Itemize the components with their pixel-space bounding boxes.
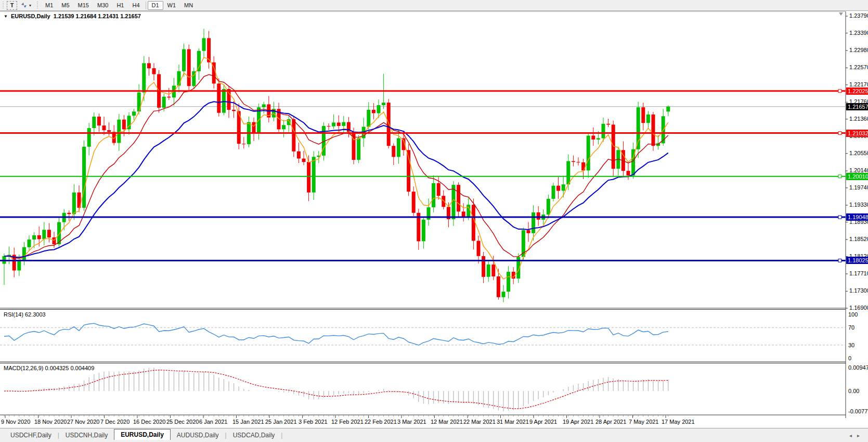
chart-title: ▼ EURUSD,Daily 1.21539 1.21684 1.21431 1… — [4, 13, 141, 19]
dropdown-arrow-icon[interactable]: ▼ — [4, 14, 8, 19]
price-tick-label: 1.16900 — [849, 305, 868, 311]
chart-symbol-label: EURUSD,Daily — [11, 13, 50, 19]
date-label: 16 Dec 2020 — [133, 419, 165, 425]
rsi-label: RSI(14) 62.3003 — [4, 311, 46, 318]
mt4-window: T ▾ M1M5M15M30H1H4D1W1MN ▼ EURUSD,Daily … — [0, 0, 868, 442]
hline-price-badge: 1.22025 — [846, 87, 868, 95]
date-label: 28 Apr 2021 — [595, 419, 626, 425]
date-label: 27 Nov 2020 — [67, 419, 99, 425]
date-label: 6 Jan 2021 — [199, 419, 227, 425]
date-label: 31 Mar 2021 — [497, 419, 529, 425]
price-tick-label: 1.18520 — [849, 236, 868, 242]
date-label: 22 Feb 2021 — [365, 419, 397, 425]
hline-price-badge: 1.18025 — [846, 257, 868, 264]
chart-canvas[interactable] — [0, 0, 868, 442]
rsi-tick-label: 0 — [848, 355, 851, 361]
price-tick-label: 1.19330 — [849, 201, 868, 208]
rsi-panel — [0, 323, 846, 345]
price-tick-label: 1.17300 — [849, 287, 868, 294]
price-tick-label: 1.23390 — [849, 30, 868, 36]
tab-scroll-right[interactable]: ▸ — [857, 433, 865, 438]
macd-zero-label: 0.00 — [848, 388, 859, 394]
window-bottom-edge — [0, 440, 868, 442]
macd-min-label: -0.007778 — [848, 408, 868, 414]
hline-price-badge: 1.19048 — [846, 213, 868, 221]
macd-label: MACD(12,26,9) 0.004325 0.004409 — [4, 365, 94, 371]
price-tick-label: 1.22980 — [849, 47, 868, 53]
chart-tab-eurusd[interactable]: EURUSD,Daily — [114, 429, 171, 440]
date-label: 17 May 2021 — [662, 419, 695, 425]
panel-borders — [0, 11, 846, 418]
date-label: 18 Nov 2020 — [34, 419, 67, 425]
price-tick-label: 1.23790 — [849, 12, 868, 19]
date-label: 9 Apr 2021 — [529, 419, 557, 425]
date-label: 15 Jan 2021 — [232, 419, 264, 425]
current-price-badge: 1.21657 — [846, 103, 868, 110]
price-tick-label: 1.19740 — [849, 184, 868, 191]
macd-panel — [4, 368, 668, 411]
date-label: 25 Dec 2020 — [166, 419, 199, 425]
chart-tab-audusd[interactable]: AUDUSD,Daily — [171, 431, 225, 440]
tab-scroll-left[interactable]: ◂ — [849, 433, 857, 438]
price-tick-label: 1.20550 — [849, 150, 868, 156]
date-label: 19 Apr 2021 — [563, 419, 593, 425]
price-tick-label: 1.21360 — [849, 116, 868, 122]
date-label: 3 Mar 2021 — [397, 419, 426, 425]
date-label: 12 Mar 2021 — [431, 419, 463, 425]
chart-shift-marker[interactable] — [839, 12, 843, 16]
date-label: 22 Mar 2021 — [463, 419, 496, 425]
hline-price-badge: 1.21032 — [846, 130, 868, 137]
chart-tab-usdcnh[interactable]: USDCNH,Daily — [59, 431, 114, 440]
chart-tab-usdcad[interactable]: USDCAD,Daily — [227, 431, 281, 440]
date-label: 7 May 2021 — [629, 419, 658, 425]
chart-tabs-bar: USDCHF,Daily|USDCNH,DailyEURUSD,DailyAUD… — [0, 428, 868, 440]
price-axis-ticks — [846, 16, 848, 308]
date-axis-ticks — [4, 415, 668, 418]
rsi-tick-label: 100 — [848, 311, 858, 318]
date-label: 12 Feb 2021 — [331, 419, 364, 425]
price-tick-label: 1.22570 — [849, 64, 868, 70]
date-label: 25 Jan 2021 — [265, 419, 297, 425]
date-label: 7 Dec 2020 — [100, 419, 129, 425]
chart-ohlc-values: 1.21539 1.21684 1.21431 1.21657 — [54, 13, 141, 19]
tab-separator: | — [281, 431, 282, 440]
chart-tab-usdchf[interactable]: USDCHF,Daily — [4, 431, 58, 440]
date-label: 3 Feb 2021 — [299, 419, 328, 425]
rsi-line — [4, 323, 668, 345]
rsi-tick-label: 70 — [848, 324, 854, 331]
rsi-tick-label: 30 — [848, 342, 854, 348]
price-tick-label: 1.17710 — [849, 270, 868, 276]
macd-max-label: 0.009478 — [848, 364, 868, 371]
date-label: 9 Nov 2020 — [1, 419, 30, 425]
hline-price-badge: 1.20010 — [846, 173, 868, 180]
price-tick-label: 1.22170 — [849, 81, 868, 87]
